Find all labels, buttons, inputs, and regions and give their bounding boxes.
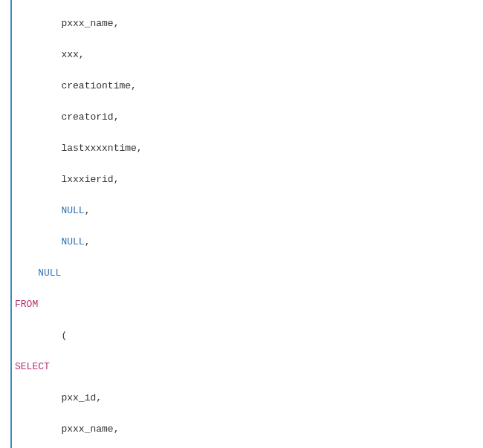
code-line: xxx,	[12, 47, 483, 62]
code-line: creationtime,	[12, 78, 483, 94]
identifier: pxxx_name	[61, 423, 113, 435]
code-line: FROM	[12, 296, 483, 312]
identifier: creationtime	[61, 80, 131, 91]
from-keyword: FROM	[15, 299, 38, 310]
code-line: NULL,	[12, 203, 483, 218]
identifier: creatorid	[61, 111, 113, 123]
code-line: lxxxierid,	[12, 172, 483, 187]
code-line: pxx_id,	[12, 390, 483, 406]
code-line: creatorid,	[12, 109, 483, 125]
identifier: pxxx_name	[61, 18, 113, 29]
select-keyword: SELECT	[15, 361, 50, 372]
code-line: lastxxxxntime,	[12, 140, 483, 156]
code-line: (	[12, 328, 483, 343]
code-line: NULL	[12, 265, 483, 281]
null-keyword: NULL	[38, 267, 61, 279]
identifier: pxx_id	[61, 392, 96, 403]
code-line: pxxx_name,	[12, 16, 483, 31]
null-keyword: NULL	[61, 205, 84, 216]
null-keyword: NULL	[61, 236, 84, 247]
code-line: SELECT	[12, 359, 483, 374]
paren-open: (	[61, 330, 67, 341]
code-line: NULL,	[12, 234, 483, 250]
identifier: xxx	[61, 49, 78, 60]
identifier: lastxxxxntime	[61, 143, 136, 154]
sql-code-block: pxxx_name, xxx, creationtime, creatorid,…	[10, 0, 483, 448]
code-line: pxxx_name,	[12, 421, 483, 437]
identifier: lxxxierid	[61, 174, 113, 185]
